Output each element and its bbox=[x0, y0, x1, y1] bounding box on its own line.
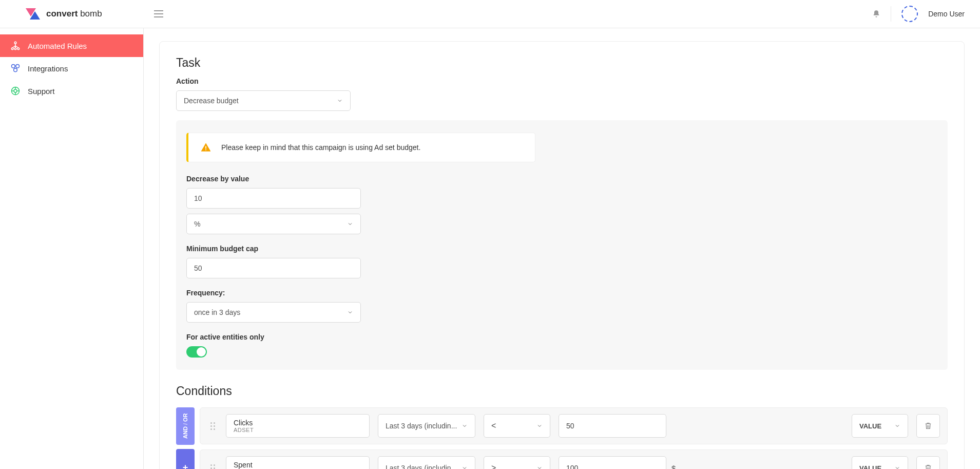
condition-value-mode-select[interactable]: VALUE bbox=[852, 456, 908, 469]
trash-icon bbox=[924, 422, 932, 430]
condition-metric-select[interactable]: Clicks ADSET bbox=[226, 414, 370, 438]
sidebar-item-integrations[interactable]: Integrations bbox=[0, 57, 143, 80]
header: convert bomb Demo User bbox=[0, 0, 980, 28]
task-title: Task bbox=[176, 56, 948, 70]
condition-value-input[interactable]: 50 bbox=[559, 414, 666, 438]
chevron-down-icon bbox=[462, 465, 468, 469]
condition-value-input[interactable]: 100 bbox=[559, 456, 666, 469]
condition-unit: $ bbox=[671, 464, 676, 470]
sidebar-item-label: Automated Rules bbox=[28, 42, 87, 50]
svg-point-3 bbox=[11, 48, 13, 50]
chevron-down-icon bbox=[347, 309, 353, 315]
drag-handle-icon[interactable] bbox=[207, 422, 218, 430]
chevron-down-icon bbox=[894, 465, 900, 469]
svg-point-8 bbox=[14, 68, 17, 72]
condition-operator-select[interactable]: > bbox=[484, 456, 550, 469]
add-condition-group-button[interactable]: + bbox=[176, 449, 195, 469]
decrease-unit-select[interactable]: % bbox=[186, 214, 361, 234]
drag-handle-icon[interactable] bbox=[207, 464, 218, 470]
active-only-label: For active entities only bbox=[186, 333, 371, 341]
integrations-icon bbox=[10, 63, 21, 73]
condition-row: Clicks ADSET Last 3 days (includin... < bbox=[200, 407, 948, 444]
delete-condition-button[interactable] bbox=[916, 414, 940, 438]
main-content: Task Action Decrease budget Please keep … bbox=[144, 28, 980, 469]
delete-condition-button[interactable] bbox=[916, 456, 940, 469]
hamburger-icon[interactable] bbox=[154, 10, 163, 17]
svg-point-10 bbox=[14, 89, 17, 92]
svg-point-6 bbox=[12, 65, 15, 68]
sidebar: Automated Rules Integrations Support bbox=[0, 28, 144, 469]
sidebar-item-label: Integrations bbox=[28, 64, 68, 73]
budget-alert: Please keep in mind that this campaign i… bbox=[186, 133, 535, 162]
svg-rect-12 bbox=[205, 149, 206, 151]
task-details: Please keep in mind that this campaign i… bbox=[176, 120, 948, 370]
chevron-down-icon bbox=[337, 98, 343, 104]
action-select[interactable]: Decrease budget bbox=[176, 90, 351, 111]
svg-point-5 bbox=[17, 48, 20, 50]
conditions-title: Conditions bbox=[176, 384, 948, 398]
alert-text: Please keep in mind that this campaign i… bbox=[221, 143, 420, 152]
avatar[interactable] bbox=[901, 6, 918, 22]
sidebar-item-label: Support bbox=[28, 87, 55, 96]
decrease-label: Decrease by value bbox=[186, 175, 371, 183]
chevron-down-icon bbox=[347, 221, 353, 227]
decrease-input[interactable]: 10 bbox=[186, 188, 361, 209]
active-only-toggle[interactable] bbox=[186, 346, 207, 358]
min-cap-label: Minimum budget cap bbox=[186, 245, 371, 253]
min-cap-input[interactable]: 50 bbox=[186, 258, 361, 278]
chevron-down-icon bbox=[462, 423, 468, 429]
svg-point-7 bbox=[16, 65, 20, 68]
condition-range-select[interactable]: Last 3 days (includin... bbox=[378, 414, 475, 438]
action-value: Decrease budget bbox=[184, 97, 239, 105]
svg-point-4 bbox=[14, 48, 16, 50]
frequency-select[interactable]: once in 3 days bbox=[186, 302, 361, 323]
rules-icon bbox=[10, 41, 21, 51]
bell-icon[interactable] bbox=[872, 10, 880, 18]
user-name: Demo User bbox=[928, 10, 965, 18]
condition-operator-select[interactable]: < bbox=[484, 414, 550, 438]
chevron-down-icon bbox=[536, 465, 543, 469]
svg-rect-11 bbox=[205, 146, 206, 149]
condition-metric-select[interactable]: Spent ADSET bbox=[226, 456, 370, 469]
sidebar-item-support[interactable]: Support bbox=[0, 80, 143, 102]
trash-icon bbox=[924, 464, 932, 469]
task-card: Task Action Decrease budget Please keep … bbox=[159, 41, 965, 469]
frequency-label: Frequency: bbox=[186, 289, 371, 297]
condition-range-select[interactable]: Last 3 days (includin... bbox=[378, 456, 475, 469]
conditions-block: AND / OR + bbox=[176, 407, 948, 469]
svg-point-2 bbox=[14, 42, 16, 44]
brand-name: convert bomb bbox=[46, 9, 102, 19]
chevron-down-icon bbox=[536, 423, 543, 429]
chevron-down-icon bbox=[894, 423, 900, 429]
action-label: Action bbox=[176, 77, 948, 85]
condition-value-mode-select[interactable]: VALUE bbox=[852, 414, 908, 438]
warning-icon bbox=[201, 142, 211, 153]
logo[interactable]: convert bomb bbox=[0, 8, 144, 20]
sidebar-item-automated-rules[interactable]: Automated Rules bbox=[0, 34, 143, 57]
condition-connector[interactable]: AND / OR bbox=[176, 407, 195, 445]
condition-row: Spent ADSET Last 3 days (includin... > bbox=[200, 449, 948, 469]
logo-icon bbox=[26, 8, 40, 20]
support-icon bbox=[10, 86, 21, 96]
